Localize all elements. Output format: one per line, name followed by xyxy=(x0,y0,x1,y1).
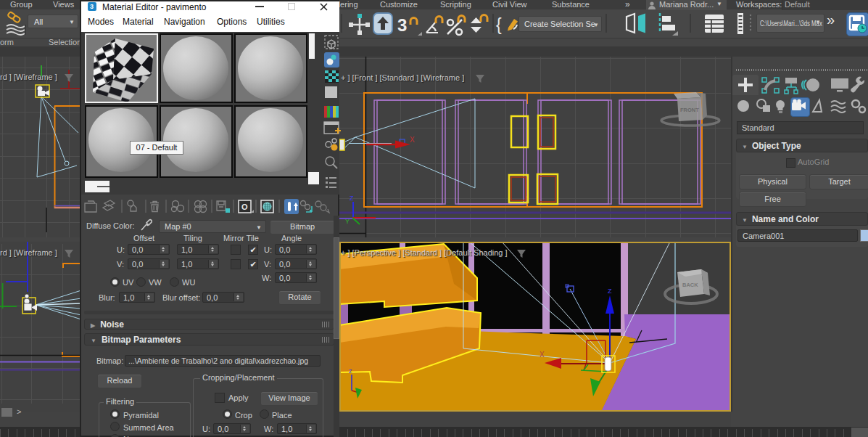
svg-text:{: { xyxy=(496,15,502,34)
svg-text:X: X xyxy=(410,136,415,144)
svg-text:3: 3 xyxy=(397,15,407,35)
svg-text:FRONT: FRONT xyxy=(680,107,699,113)
svg-text:X: X xyxy=(540,351,545,359)
svg-text:z: z xyxy=(349,367,352,375)
svg-text:Y: Y xyxy=(345,218,350,225)
svg-text:3: 3 xyxy=(90,3,94,10)
svg-text:O: O xyxy=(241,203,248,211)
svg-text:BACK: BACK xyxy=(682,282,698,288)
svg-text:Z: Z xyxy=(608,287,612,295)
svg-text:Z: Z xyxy=(350,195,354,202)
